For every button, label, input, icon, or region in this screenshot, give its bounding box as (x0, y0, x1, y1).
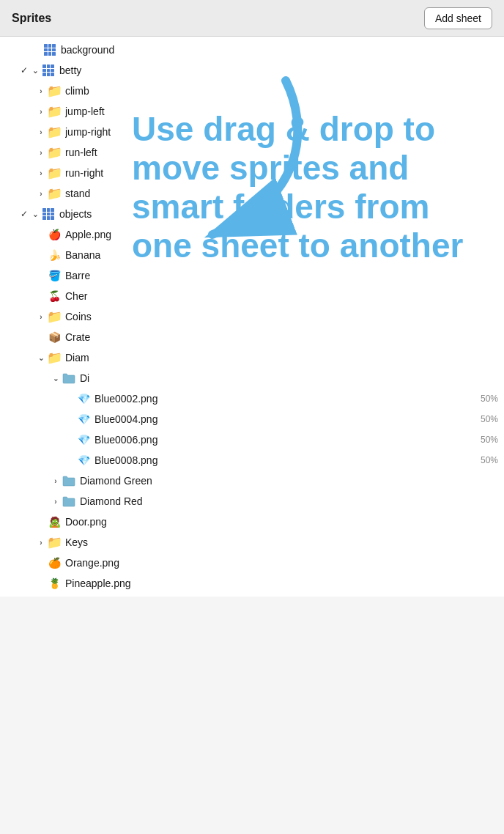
chevron-right-icon[interactable]: › (35, 311, 47, 322)
item-label: jump-right (65, 126, 498, 138)
folder-icon: 📁 (47, 309, 62, 324)
tree-item-Keys[interactable]: ›📁Keys (0, 532, 504, 553)
chevron-down-icon[interactable]: ⌄ (35, 352, 47, 364)
tree-item-jump-right[interactable]: ›📁jump-right (0, 122, 504, 142)
chevron-right-icon[interactable]: › (35, 85, 47, 97)
chevron-down-icon[interactable]: ⌄ (29, 208, 41, 220)
tree-item-Orange[interactable]: 🍊Orange.png (0, 553, 504, 573)
chevron-right-icon[interactable]: › (50, 495, 62, 507)
tree-item-betty[interactable]: ✓⌄betty (0, 60, 504, 81)
file-icon: 💎 (76, 453, 91, 468)
chevron-right-icon[interactable]: › (35, 188, 47, 199)
item-label: Barre (65, 270, 498, 281)
tree-item-Banana[interactable]: 🍌Banana (0, 245, 504, 265)
file-icon: 🍍 (47, 576, 62, 591)
folder-icon: 📁 (47, 104, 62, 119)
item-label: run-right (65, 167, 498, 179)
tree-item-Cherry[interactable]: 🍒Cher (0, 286, 504, 306)
add-sheet-button[interactable]: Add sheet (424, 7, 492, 29)
item-label: Keys (65, 536, 498, 548)
tree-item-Blue0002[interactable]: 💎Blue0002.png50% (0, 388, 504, 409)
tree-item-DiamondBlue[interactable]: ⌄Di (0, 368, 504, 388)
check-mark: ✓ (21, 65, 28, 75)
folder-icon: 📁 (47, 186, 62, 201)
item-label: Diamond Green (80, 475, 498, 487)
item-label: Apple.png (65, 229, 498, 240)
folder-icon: 📁 (47, 350, 62, 365)
file-icon: 🧟 (47, 514, 62, 529)
tree-item-background[interactable]: background (0, 40, 504, 60)
chevron-right-icon[interactable]: › (35, 147, 47, 158)
tree-item-jump-left[interactable]: ›📁jump-left (0, 101, 504, 122)
file-icon: 🍊 (47, 556, 62, 570)
tree-item-Blue0008[interactable]: 💎Blue0008.png50% (0, 450, 504, 470)
tree-item-Crate[interactable]: 📦Crate (0, 327, 504, 347)
file-icon: 💎 (76, 432, 91, 447)
item-label: Diamond Red (80, 495, 498, 507)
chevron-right-icon[interactable]: › (35, 106, 47, 117)
file-icon: 🪣 (47, 268, 62, 283)
tree-item-Blue0004[interactable]: 💎Blue0004.png50% (0, 409, 504, 429)
page-title: Sprites (12, 12, 51, 25)
smart-folder-icon (62, 473, 76, 488)
tree-item-Coins[interactable]: ›📁Coins (0, 306, 504, 327)
chevron-down-icon[interactable]: ⌄ (50, 372, 62, 384)
tree-item-objects[interactable]: ✓⌄objects (0, 204, 504, 224)
tree-item-DiamondRed[interactable]: ›Diamond Red (0, 491, 504, 512)
header: Sprites Add sheet (0, 0, 504, 37)
check-mark: ✓ (21, 209, 28, 219)
chevron-placeholder (31, 44, 42, 56)
scale-badge: 50% (481, 394, 498, 404)
scale-badge: 50% (481, 455, 498, 465)
item-label: Orange.png (65, 557, 498, 569)
tree-item-Blue0006[interactable]: 💎Blue0006.png50% (0, 429, 504, 450)
item-label: Blue0004.png (94, 413, 481, 425)
folder-icon: 📁 (47, 84, 62, 98)
file-icon: 🍌 (47, 248, 62, 262)
scale-badge: 50% (481, 435, 498, 445)
item-label: Di (80, 372, 498, 384)
file-icon: 💎 (76, 391, 91, 406)
item-label: Cher (65, 290, 498, 302)
item-label: Diam (65, 352, 498, 364)
item-label: betty (59, 64, 498, 76)
tree-item-run-left[interactable]: ›📁run-left (0, 142, 504, 163)
chevron-right-icon[interactable]: › (35, 167, 47, 179)
tree-item-Apple[interactable]: 🍎Apple.png (0, 224, 504, 245)
tree-item-Door[interactable]: 🧟Door.png (0, 512, 504, 532)
smart-folder-icon (62, 494, 76, 509)
folder-icon: 📁 (47, 166, 62, 180)
tree-item-climb[interactable]: ›📁climb (0, 81, 504, 101)
sprite-tree: background✓⌄betty›📁climb›📁jump-left›📁jum… (0, 37, 504, 597)
file-icon: 🍒 (47, 289, 62, 303)
item-label: objects (59, 208, 498, 220)
item-label: Crate (65, 331, 498, 343)
tree-item-stand[interactable]: ›📁stand (0, 183, 504, 204)
item-label: Blue0008.png (94, 454, 481, 466)
chevron-right-icon[interactable]: › (35, 126, 47, 138)
chevron-right-icon[interactable]: › (50, 475, 62, 487)
file-icon: 🍎 (47, 227, 62, 242)
file-icon: 💎 (76, 412, 91, 427)
item-label: jump-left (65, 106, 498, 117)
tree-item-Pineapple[interactable]: 🍍Pineapple.png (0, 573, 504, 594)
tree-item-Barrel[interactable]: 🪣Barre (0, 265, 504, 286)
file-icon: 📦 (47, 330, 62, 344)
folder-icon: 📁 (47, 145, 62, 160)
tree-item-Diamonds[interactable]: ⌄📁Diam (0, 347, 504, 368)
item-label: Banana (65, 249, 498, 261)
item-label: Coins (65, 311, 498, 322)
chevron-right-icon[interactable]: › (35, 536, 47, 548)
item-label: background (61, 44, 498, 56)
tree-item-run-right[interactable]: ›📁run-right (0, 163, 504, 183)
item-label: Pineapple.png (65, 577, 498, 589)
tree-item-DiamondGreen[interactable]: ›Diamond Green (0, 470, 504, 491)
item-label: run-left (65, 147, 498, 158)
folder-icon: 📁 (47, 535, 62, 550)
smart-folder-icon (62, 371, 76, 385)
item-label: Blue0006.png (94, 434, 481, 446)
scale-badge: 50% (481, 414, 498, 424)
item-label: climb (65, 85, 498, 97)
item-label: Door.png (65, 516, 498, 528)
chevron-down-icon[interactable]: ⌄ (29, 64, 41, 76)
